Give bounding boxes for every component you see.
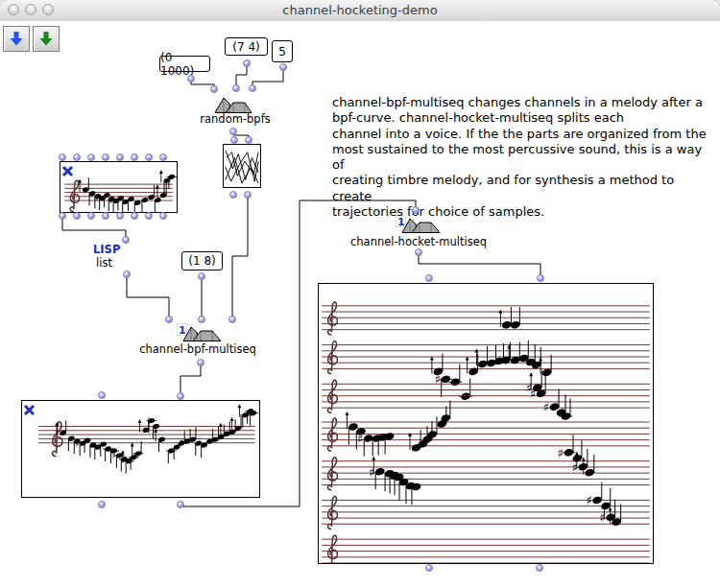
left-score[interactable]: ♯♯♯: [21, 400, 260, 498]
value-box-7-4[interactable]: (7 4): [225, 37, 268, 56]
svg-text:♯: ♯: [572, 460, 578, 475]
green-down-arrow-icon: [39, 32, 53, 46]
svg-text:♯: ♯: [599, 510, 605, 525]
svg-text:♯: ♯: [95, 194, 99, 203]
svg-text:♯: ♯: [111, 451, 115, 460]
port[interactable]: [537, 274, 544, 282]
value-box-0-1000[interactable]: (0 1000): [159, 56, 210, 72]
port[interactable]: [159, 153, 167, 161]
play-button[interactable]: [33, 26, 60, 52]
svg-text:♯: ♯: [530, 387, 536, 401]
port[interactable]: [229, 191, 237, 199]
port[interactable]: [59, 212, 66, 220]
port[interactable]: [187, 75, 195, 82]
svg-text:♯: ♯: [543, 400, 549, 414]
port[interactable]: [230, 136, 238, 144]
channel-bpf-multiseq-icon[interactable]: 1: [177, 323, 223, 342]
port[interactable]: [425, 274, 433, 282]
svg-text:♯: ♯: [180, 437, 183, 447]
value-box-5[interactable]: 5: [272, 40, 293, 62]
channel-hocket-multiseq-label[interactable]: channel-hocket-multiseq: [342, 235, 495, 248]
port[interactable]: [116, 153, 124, 161]
lisp-name-label[interactable]: list: [96, 256, 112, 270]
random-bpfs-label[interactable]: random-bpfs: [197, 112, 274, 126]
close-icon[interactable]: [23, 402, 36, 414]
port[interactable]: [177, 501, 184, 508]
port[interactable]: [536, 564, 543, 572]
port[interactable]: [279, 63, 287, 71]
value-box-1-8[interactable]: (1 8): [181, 251, 223, 270]
svg-text:♯: ♯: [369, 465, 374, 480]
port[interactable]: [98, 391, 106, 399]
lisp-type-label[interactable]: LISP: [93, 243, 120, 256]
svg-text:♯: ♯: [357, 432, 363, 446]
port[interactable]: [425, 564, 433, 572]
port[interactable]: [145, 153, 153, 161]
port[interactable]: [87, 153, 95, 161]
port[interactable]: [98, 501, 106, 508]
svg-text:♯: ♯: [434, 372, 440, 387]
svg-text:♯: ♯: [586, 493, 591, 507]
port[interactable]: [102, 153, 109, 161]
port[interactable]: [123, 270, 131, 278]
port[interactable]: [73, 212, 81, 220]
port[interactable]: [198, 316, 205, 323]
port[interactable]: [415, 248, 422, 256]
port[interactable]: [198, 272, 205, 280]
port[interactable]: [59, 153, 66, 161]
port[interactable]: [102, 212, 109, 220]
small-score[interactable]: ♯♯: [60, 161, 178, 213]
window-title: channel-hocketing-demo: [0, 0, 720, 21]
bpf-mapper-box[interactable]: [223, 144, 261, 188]
svg-text:♯: ♯: [558, 446, 564, 460]
svg-text:♯: ♯: [75, 439, 79, 449]
port[interactable]: [249, 84, 256, 92]
port[interactable]: [197, 359, 204, 366]
close-icon[interactable]: [61, 163, 74, 176]
port[interactable]: [122, 236, 130, 244]
bpf-trapezoid-icon[interactable]: [213, 95, 252, 114]
port[interactable]: [243, 59, 251, 67]
port[interactable]: [159, 212, 167, 220]
port[interactable]: [116, 212, 124, 220]
port[interactable]: [131, 212, 138, 220]
right-score[interactable]: ♯♯♯♯♯♯♯♯♯♯♯: [318, 283, 654, 564]
port[interactable]: [165, 316, 173, 323]
port[interactable]: [232, 84, 240, 92]
port[interactable]: [412, 206, 420, 214]
port[interactable]: [131, 153, 138, 161]
patch-description: channel-bpf-multiseq changes channels in…: [332, 95, 714, 220]
port[interactable]: [244, 191, 252, 199]
blue-down-arrow-icon: [10, 32, 23, 46]
port[interactable]: [145, 212, 153, 220]
step-button[interactable]: [3, 26, 30, 52]
port[interactable]: [229, 128, 237, 135]
port[interactable]: [87, 212, 95, 220]
svg-text:1: 1: [179, 324, 186, 337]
port[interactable]: [210, 85, 218, 93]
app-window: channel-hocketing-demo (0 1000) (7 4) 5 …: [0, 0, 720, 588]
svg-text:♯: ♯: [108, 197, 112, 206]
titlebar: channel-hocketing-demo: [0, 0, 720, 22]
svg-text:♯: ♯: [504, 353, 510, 367]
port[interactable]: [177, 392, 184, 400]
port[interactable]: [228, 316, 236, 323]
port[interactable]: [73, 153, 81, 161]
port[interactable]: [245, 136, 252, 144]
channel-bpf-multiseq-label[interactable]: channel-bpf-multiseq: [139, 342, 256, 356]
